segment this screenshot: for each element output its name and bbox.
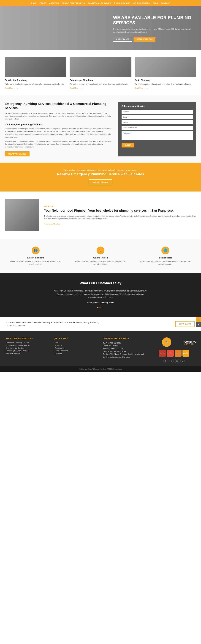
schedule-interest-input[interactable] [122, 126, 193, 130]
service-image-commercial [70, 56, 131, 77]
footer-services-col: OUR PLUMBING SERVICES Residential Plumbi… [5, 338, 49, 363]
testimonial-dots[interactable]: ●○○ [5, 306, 196, 309]
our-services-button[interactable]: OUR SERVICES [113, 37, 132, 42]
footer-address1: 59 West End Avenue Suite [103, 347, 147, 350]
social-twitter[interactable]: t [169, 359, 174, 363]
footer-badges: ELITE★ TOP RATED SUPRATO 5.1/7 REVIEWS [152, 350, 197, 356]
nav-item-contact[interactable]: CONTACT [161, 2, 170, 4]
hero-title: WE ARE AVAILABLE FOR PLUMBING SERVICES [113, 15, 192, 26]
nav-item-commercial-plumbing[interactable]: COMMERCIAL PLUMBING [88, 2, 111, 4]
hero-buttons: OUR SERVICES REQUEST SERVICE [113, 37, 192, 42]
sidebar-cart-icon[interactable]: 🛒 [196, 317, 201, 322]
social-icons: f t in ▶ [152, 359, 197, 363]
feature-icon-plumbers: 👥 [32, 246, 39, 254]
schedule-name-input[interactable] [122, 110, 193, 114]
schedule-box: Schedule Your Service SUBMIT [118, 102, 196, 156]
service-readmore-residential[interactable]: Read More [5, 87, 18, 89]
service-desc-residential: A plumber in hendrerit in voluptate veli… [5, 83, 66, 85]
footer-link-gas[interactable]: Gas Leak Services [5, 352, 49, 354]
cta-footer-section: Complete Residential and Commercial Plum… [0, 317, 201, 331]
footer-link-sewer[interactable]: Sewer Replacement Services [5, 350, 49, 352]
feature-icon-trusted: 🏆 [97, 246, 104, 254]
service-title-residential: Residential Plumbing [5, 79, 66, 82]
testimonial-text: Needed an Emergency service unde omnis i… [53, 289, 148, 299]
service-readmore-commercial[interactable]: Read More [70, 87, 83, 89]
view-services-button[interactable]: VIEW OUR SERVICES [5, 152, 29, 156]
footer-link-blog[interactable]: Our Blog [54, 352, 98, 354]
about-section: ABOUT US Your Neighborhood Plumber. Your… [0, 192, 201, 239]
services-section: Residential Plumbing A plumber in hendre… [0, 50, 201, 96]
feature-desc-support: Lorem ipsum dolor sit amet, consectetur … [138, 260, 193, 266]
service-title-drain: Drain Cleaning [135, 79, 196, 82]
footer-link-testimonials[interactable]: Testimonials [54, 347, 98, 349]
nav-item-other-services[interactable]: OTHER SERVICES [133, 2, 150, 4]
nav-item-residential-plumbing[interactable]: RESIDENTIAL PLUMBING [62, 2, 85, 4]
get-quote-button[interactable]: GET A QUOTE [175, 321, 195, 327]
sidebar-settings-icon[interactable]: ⚙ [196, 322, 201, 327]
feature-title-plumbers: Lots of plumbers [8, 256, 63, 259]
footer-bottom: Visiting www.FreePSD.co.ua download FREE… [0, 366, 201, 372]
footer-company-col: COMPANY INFORMATION Toll Free 800-123-56… [103, 338, 147, 363]
footer-logo-icon: 🔧 [162, 338, 171, 347]
about-title: Your Neighborhood Plumber. Your best cho… [44, 208, 196, 212]
social-youtube[interactable]: ▶ [181, 359, 185, 363]
nav-item-faqs[interactable]: FAQS [153, 2, 158, 4]
footer-toll-free: Toll Free 800-123-5689 [103, 342, 147, 345]
cta-footer-text: Complete Residential and Commercial Plum… [6, 321, 101, 327]
nav-item-drain-cleaning[interactable]: DRAIN CLEANING [114, 2, 130, 4]
service-card-commercial: Commercial Plumbing We work in hendrerit… [70, 56, 131, 89]
schedule-phone-input[interactable] [122, 120, 193, 124]
social-linkedin[interactable]: in [175, 359, 179, 363]
emergency-intro: We have been serving the people in Nemo … [5, 112, 112, 120]
footer-services-title: OUR PLUMBING SERVICES [5, 338, 49, 340]
know-more-link[interactable]: Know More About Us [44, 223, 62, 225]
schedule-submit-button[interactable]: SUBMIT [122, 143, 134, 148]
banner-phone-button[interactable]: +(800) 123 4567 [89, 180, 112, 185]
feature-card-plumbers: 👥 Lots of plumbers Lorem ipsum dolor sit… [5, 244, 66, 268]
hero-description: Our professional plumbers are available … [113, 28, 192, 34]
footer-link-client[interactable]: Client Resources [54, 350, 98, 352]
badge-elite: ELITE★ [159, 350, 166, 356]
service-readmore-drain[interactable]: Read More [135, 87, 148, 89]
emergency-banner: If you need any emergency plumbing servi… [0, 163, 201, 192]
main-nav: HOMEPAGESABOUT USRESIDENTIAL PLUMBINGCOM… [0, 0, 201, 6]
footer-link-about[interactable]: About Us [54, 344, 98, 346]
range-text2: Need assistance dolore mque laudantium, … [5, 140, 112, 148]
footer-company-title: COMPANY INFORMATION [103, 338, 147, 340]
nav-item-pages[interactable]: PAGES [40, 2, 46, 4]
footer-link-home[interactable]: Home [54, 342, 98, 344]
footer-brand-name: PLUMBING [183, 340, 196, 343]
feature-desc-plumbers: Lorem ipsum dolor sit amet, consectetur … [8, 260, 63, 266]
service-image-drain [135, 56, 196, 77]
schedule-email-input[interactable] [122, 115, 193, 119]
social-facebook[interactable]: f [164, 359, 168, 363]
about-content: ABOUT US Your Neighborhood Plumber. Your… [44, 205, 196, 225]
about-label: ABOUT US [44, 205, 196, 207]
emergency-section: Emergency Plumbing Services, Residential… [0, 96, 201, 163]
schedule-title: Schedule Your Service [122, 105, 193, 108]
emergency-content: Emergency Plumbing Services, Residential… [5, 102, 112, 156]
testimonial-section: What Our Customers Say Needed an Emergen… [0, 273, 201, 317]
footer-link-commercial[interactable]: Commercial Plumbing Services [5, 344, 49, 346]
nav-item-about-us[interactable]: ABOUT US [49, 2, 59, 4]
service-title-commercial: Commercial Plumbing [70, 79, 131, 82]
feature-card-support: 🌐 Best support Lorem ipsum dolor sit ame… [135, 244, 196, 268]
service-card-drain: Drain Cleaning We offer hendrerit in vol… [135, 56, 196, 89]
feature-title-trusted: We are Trusted [73, 256, 128, 259]
footer-link-residential[interactable]: Residential Plumbing Services [5, 342, 49, 344]
banner-title: Reliable Emergency Plumbing Service with… [5, 172, 196, 176]
feature-icon-support: 🌐 [162, 246, 169, 254]
footer-logo-col: 🔧 PLUMBING SERVICES ELITE★ TOP RATED SUP… [152, 338, 197, 363]
badge-reviews: 5.1/7 REVIEWS [183, 350, 189, 356]
feature-card-trusted: 🏆 We are Trusted Lorem ipsum dolor sit a… [70, 244, 131, 268]
main-footer: OUR PLUMBING SERVICES Residential Plumbi… [0, 331, 201, 366]
feature-desc-trusted: Lorem ipsum dolor sit amet, consectetur … [73, 260, 128, 266]
badge-top-rated: TOP RATED [167, 350, 174, 356]
request-service-button[interactable]: REQUEST SERVICE [134, 37, 155, 42]
nav-item-home[interactable]: HOME [31, 2, 37, 4]
footer-address2: 7A New York, NY 50025, USA [103, 350, 147, 353]
service-desc-drain: We offer hendrerit in voluptate velit es… [135, 83, 196, 85]
footer-phone: Phone 781-123-8865 [103, 344, 147, 347]
schedule-message-input[interactable] [122, 131, 193, 140]
footer-link-drain[interactable]: Drain Cleaning Services [5, 347, 49, 349]
